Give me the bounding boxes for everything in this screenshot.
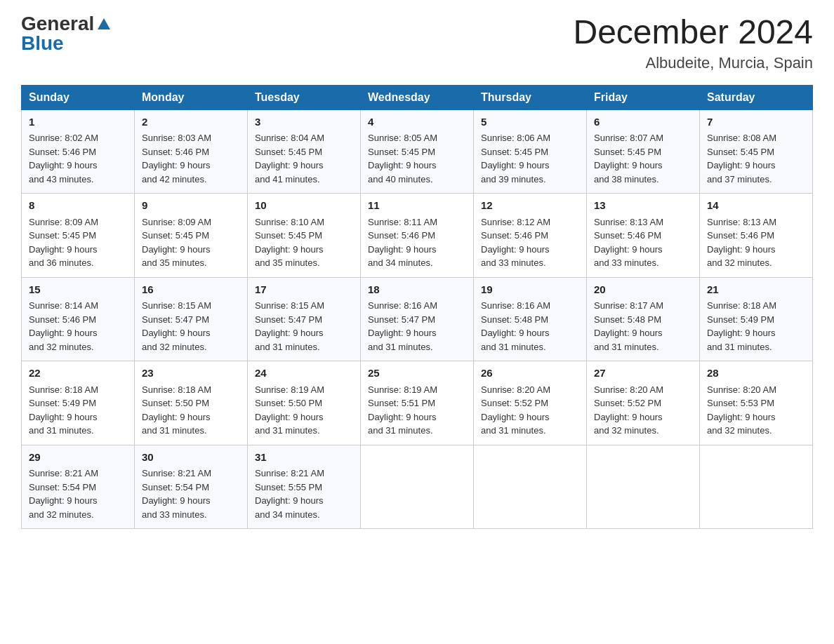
calendar-cell: 30 Sunrise: 8:21 AM Sunset: 5:54 PM Dayl… (135, 445, 248, 529)
day-number: 18 (368, 282, 466, 298)
day-sunset: Sunset: 5:45 PM (142, 230, 209, 241)
day-daylight-line1: Daylight: 9 hours (707, 412, 776, 422)
day-sunset: Sunset: 5:50 PM (142, 398, 209, 408)
day-daylight-line1: Daylight: 9 hours (29, 160, 98, 170)
day-daylight-line2: and 31 minutes. (255, 342, 320, 352)
day-sunrise: Sunrise: 8:13 AM (594, 217, 663, 227)
day-daylight-line1: Daylight: 9 hours (142, 495, 211, 506)
day-number: 8 (29, 198, 127, 214)
day-number: 17 (255, 282, 353, 298)
week-row: 8 Sunrise: 8:09 AM Sunset: 5:45 PM Dayli… (22, 194, 813, 278)
day-number: 30 (142, 450, 240, 466)
days-of-week-row: SundayMondayTuesdayWednesdayThursdayFrid… (22, 85, 813, 109)
week-row: 29 Sunrise: 8:21 AM Sunset: 5:54 PM Dayl… (22, 445, 813, 529)
day-daylight-line2: and 31 minutes. (594, 342, 659, 352)
day-daylight-line2: and 39 minutes. (481, 174, 546, 185)
day-daylight-line1: Daylight: 9 hours (255, 412, 324, 422)
day-sunset: Sunset: 5:50 PM (255, 398, 322, 408)
day-daylight-line2: and 31 minutes. (368, 342, 433, 352)
day-daylight-line2: and 35 minutes. (142, 257, 207, 268)
day-daylight-line2: and 32 minutes. (29, 509, 94, 520)
day-sunset: Sunset: 5:48 PM (594, 314, 661, 325)
day-daylight-line2: and 31 minutes. (255, 425, 320, 436)
calendar-header: SundayMondayTuesdayWednesdayThursdayFrid… (22, 85, 813, 109)
day-header-monday: Monday (135, 85, 248, 109)
day-sunrise: Sunrise: 8:20 AM (707, 384, 776, 395)
day-sunrise: Sunrise: 8:21 AM (29, 468, 98, 478)
calendar-cell: 1 Sunrise: 8:02 AM Sunset: 5:46 PM Dayli… (22, 109, 135, 194)
calendar-cell: 18 Sunrise: 8:16 AM Sunset: 5:47 PM Dayl… (361, 277, 474, 361)
day-daylight-line2: and 33 minutes. (481, 257, 546, 268)
day-sunset: Sunset: 5:45 PM (29, 230, 96, 241)
day-sunrise: Sunrise: 8:05 AM (368, 133, 437, 143)
day-header-thursday: Thursday (474, 85, 587, 109)
calendar-cell: 6 Sunrise: 8:07 AM Sunset: 5:45 PM Dayli… (587, 109, 700, 194)
calendar-cell: 17 Sunrise: 8:15 AM Sunset: 5:47 PM Dayl… (248, 277, 361, 361)
day-daylight-line2: and 32 minutes. (707, 257, 772, 268)
month-title: December 2024 (573, 14, 813, 51)
day-sunset: Sunset: 5:45 PM (255, 147, 322, 157)
calendar-cell: 11 Sunrise: 8:11 AM Sunset: 5:46 PM Dayl… (361, 194, 474, 278)
day-daylight-line1: Daylight: 9 hours (368, 160, 437, 170)
day-header-sunday: Sunday (22, 85, 135, 109)
title-block: December 2024 Albudeite, Murcia, Spain (573, 14, 813, 72)
day-daylight-line2: and 35 minutes. (255, 257, 320, 268)
day-sunset: Sunset: 5:49 PM (707, 314, 774, 325)
day-sunrise: Sunrise: 8:12 AM (481, 217, 550, 227)
day-sunset: Sunset: 5:53 PM (707, 398, 774, 408)
day-sunrise: Sunrise: 8:21 AM (142, 468, 211, 478)
day-daylight-line2: and 31 minutes. (142, 425, 207, 436)
calendar-cell: 12 Sunrise: 8:12 AM Sunset: 5:46 PM Dayl… (474, 194, 587, 278)
day-number: 3 (255, 114, 353, 130)
calendar-body: 1 Sunrise: 8:02 AM Sunset: 5:46 PM Dayli… (22, 109, 813, 529)
calendar-cell (474, 445, 587, 529)
day-daylight-line2: and 41 minutes. (255, 174, 320, 185)
day-number: 27 (594, 365, 692, 382)
day-sunrise: Sunrise: 8:06 AM (481, 133, 550, 143)
day-sunset: Sunset: 5:46 PM (142, 147, 209, 157)
day-daylight-line2: and 34 minutes. (368, 257, 433, 268)
day-daylight-line2: and 37 minutes. (707, 174, 772, 185)
logo-triangle-icon (96, 17, 112, 32)
day-daylight-line2: and 32 minutes. (29, 342, 94, 352)
day-daylight-line2: and 33 minutes. (594, 257, 659, 268)
day-daylight-line1: Daylight: 9 hours (142, 244, 211, 255)
calendar-cell: 29 Sunrise: 8:21 AM Sunset: 5:54 PM Dayl… (22, 445, 135, 529)
day-daylight-line2: and 31 minutes. (481, 342, 546, 352)
day-daylight-line2: and 31 minutes. (707, 342, 772, 352)
day-sunrise: Sunrise: 8:03 AM (142, 133, 211, 143)
calendar-cell: 20 Sunrise: 8:17 AM Sunset: 5:48 PM Dayl… (587, 277, 700, 361)
location-title: Albudeite, Murcia, Spain (573, 54, 813, 72)
day-header-tuesday: Tuesday (248, 85, 361, 109)
day-daylight-line1: Daylight: 9 hours (368, 328, 437, 338)
day-number: 7 (707, 114, 805, 130)
day-number: 6 (594, 114, 692, 130)
day-sunrise: Sunrise: 8:20 AM (481, 384, 550, 395)
day-daylight-line1: Daylight: 9 hours (707, 328, 776, 338)
day-daylight-line1: Daylight: 9 hours (29, 412, 98, 422)
day-number: 15 (29, 282, 127, 298)
day-sunset: Sunset: 5:45 PM (481, 147, 548, 157)
day-sunrise: Sunrise: 8:09 AM (29, 217, 98, 227)
day-sunset: Sunset: 5:48 PM (481, 314, 548, 325)
day-header-wednesday: Wednesday (361, 85, 474, 109)
day-daylight-line1: Daylight: 9 hours (255, 160, 324, 170)
day-daylight-line2: and 36 minutes. (29, 257, 94, 268)
day-number: 12 (481, 198, 579, 214)
day-daylight-line1: Daylight: 9 hours (29, 328, 98, 338)
day-sunrise: Sunrise: 8:02 AM (29, 133, 98, 143)
day-sunrise: Sunrise: 8:04 AM (255, 133, 324, 143)
day-number: 19 (481, 282, 579, 298)
day-daylight-line1: Daylight: 9 hours (255, 495, 324, 506)
day-sunset: Sunset: 5:47 PM (142, 314, 209, 325)
day-daylight-line1: Daylight: 9 hours (142, 328, 211, 338)
day-header-saturday: Saturday (700, 85, 813, 109)
logo-blue-text: Blue (21, 32, 64, 54)
calendar-cell: 8 Sunrise: 8:09 AM Sunset: 5:45 PM Dayli… (22, 194, 135, 278)
day-sunset: Sunset: 5:45 PM (707, 147, 774, 157)
day-sunrise: Sunrise: 8:15 AM (142, 300, 211, 311)
day-sunrise: Sunrise: 8:11 AM (368, 217, 437, 227)
day-number: 20 (594, 282, 692, 298)
day-daylight-line2: and 31 minutes. (29, 425, 94, 436)
day-number: 16 (142, 282, 240, 298)
